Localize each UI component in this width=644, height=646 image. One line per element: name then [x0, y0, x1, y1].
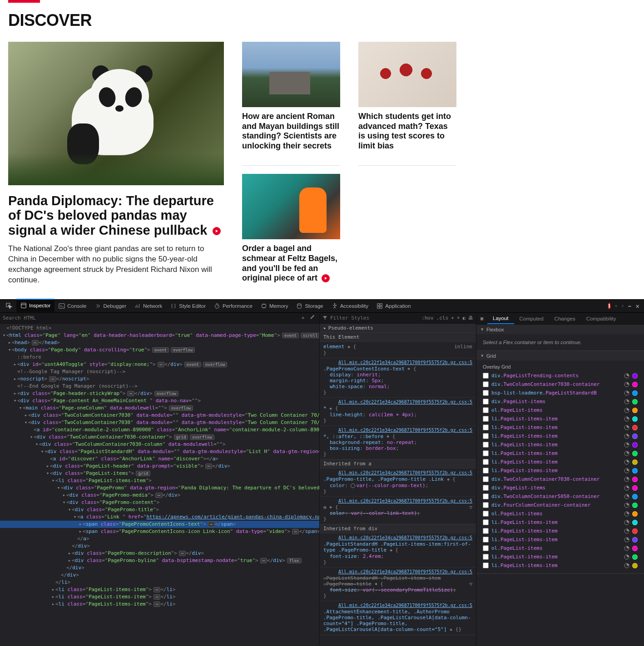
new-rule-button[interactable]: +	[451, 315, 454, 321]
dom-node[interactable]: ▾<body class="Page-body" data-scrolling=…	[0, 346, 319, 354]
grid-overlay-checkbox[interactable]	[483, 476, 489, 482]
card-image[interactable]	[242, 174, 340, 239]
grid-overlay-checkbox[interactable]	[483, 468, 489, 473]
grid-overlay-item[interactable]: li.PageList-items-item	[479, 518, 641, 527]
grid-color-swatch[interactable]	[632, 382, 638, 387]
grid-color-swatch[interactable]	[632, 546, 638, 551]
layout-tab-changes[interactable]: Changes	[549, 313, 581, 324]
story-card[interactable]: Order a bagel and schmear at Feltz Bagel…	[242, 174, 340, 283]
dom-tree[interactable]: <!DOCTYPE html>▾<html class="Page" lang=…	[0, 324, 319, 646]
grid-overlay-item[interactable]: li.PageList-items-item	[479, 458, 641, 466]
grid-target-icon[interactable]	[624, 451, 629, 456]
dom-node[interactable]: ▾<main class="Page-oneColumn" data-modul…	[0, 404, 319, 412]
grid-overlay-checkbox[interactable]	[483, 528, 489, 534]
grid-overlay-item[interactable]: li.PageList-items-item	[479, 535, 641, 544]
grid-color-swatch[interactable]	[632, 425, 638, 430]
layout-tab-compatibility[interactable]: Compatibility	[581, 313, 622, 324]
filter-styles-input[interactable]	[330, 315, 419, 321]
grid-target-icon[interactable]	[624, 485, 629, 491]
print-icon[interactable]: 🖶	[468, 315, 473, 321]
grid-overlay-checkbox[interactable]	[483, 399, 489, 404]
hero-title[interactable]: Panda Diplomacy: The departure of DC's b…	[8, 193, 224, 237]
grid-overlay-item[interactable]: li.PageList-items-item	[479, 527, 641, 535]
grid-overlay-item[interactable]: li.PageList-items-item	[479, 423, 641, 432]
dom-node[interactable]: </li>	[0, 579, 319, 586]
inspector-pick-button[interactable]	[2, 300, 16, 313]
grid-overlay-item[interactable]: li.PageList-items-item	[479, 561, 641, 570]
dom-node[interactable]: ▸<div class="Page-header-stickyWrap">⋯</…	[0, 390, 319, 397]
grid-color-swatch[interactable]	[632, 563, 638, 568]
grid-target-icon[interactable]	[624, 373, 629, 379]
grid-overlay-item[interactable]: div.PageList-items	[479, 397, 641, 406]
play-icon[interactable]	[322, 274, 330, 282]
grid-overlay-checkbox[interactable]	[483, 373, 489, 379]
grid-color-swatch[interactable]	[632, 468, 638, 473]
card-image[interactable]	[358, 42, 456, 107]
dom-node[interactable]: <a id="container-module-2-column-890000"…	[0, 426, 319, 434]
contrast-icon[interactable]: ◐	[462, 315, 466, 321]
dom-node[interactable]: ▾<div class="PagePromo-content">	[0, 499, 319, 506]
grid-color-swatch[interactable]	[632, 494, 638, 499]
grid-target-icon[interactable]	[624, 503, 629, 508]
grid-overlay-checkbox[interactable]	[483, 502, 489, 508]
grid-overlay-checkbox[interactable]	[483, 390, 489, 396]
story-card[interactable]: Which students get into advanced math? T…	[358, 42, 456, 151]
grid-target-icon[interactable]	[624, 399, 629, 404]
grid-target-icon[interactable]	[624, 425, 629, 430]
grid-target-icon[interactable]	[624, 459, 629, 465]
grid-overlay-item[interactable]: ol.PageList-items	[479, 544, 641, 552]
grid-overlay-checkbox[interactable]	[483, 433, 489, 439]
grid-color-swatch[interactable]	[632, 485, 638, 491]
card-image[interactable]	[242, 42, 340, 107]
cls-button[interactable]: .cls	[436, 315, 449, 321]
devtools-tab-inspector[interactable]: Inspector	[16, 299, 54, 312]
dom-node[interactable]: <a id="discover" class="AnchorLink" name…	[0, 455, 319, 463]
devtools-tab-debugger[interactable]: Debugger	[91, 300, 131, 313]
dom-node[interactable]: ▾<div class="TwoColumnContainer7030" dat…	[0, 419, 319, 426]
dom-node[interactable]: <!--Google Tag Manager (noscript)-->	[0, 368, 319, 375]
dom-node[interactable]: ▾<div class="TwoColumnContainer7030-cont…	[0, 434, 319, 441]
devtools-tab-style-editor[interactable]: Style Editor	[166, 300, 210, 313]
story-card[interactable]: How are ancient Roman and Mayan building…	[242, 42, 340, 151]
dom-node[interactable]: ▾<a class="Link " href="https://apnews.c…	[0, 513, 319, 521]
dock-icon[interactable]	[622, 305, 624, 307]
dom-node[interactable]: ▸<div id="usntA40Toggle" style="display:…	[0, 361, 319, 368]
grid-color-swatch[interactable]	[632, 442, 638, 448]
grid-target-icon[interactable]	[624, 408, 629, 413]
dom-node[interactable]: ▾<html class="Page" lang="en" data-heade…	[0, 332, 319, 339]
grid-target-icon[interactable]	[624, 442, 629, 448]
close-icon[interactable]: ✕	[636, 302, 639, 310]
add-node-button[interactable]: +	[298, 315, 307, 321]
error-badge[interactable]: 1	[608, 303, 610, 309]
grid-color-swatch[interactable]	[632, 520, 638, 525]
grid-color-swatch[interactable]	[632, 399, 638, 404]
dom-node[interactable]: ▾<div class="Page-content An_HomeMainCon…	[0, 397, 319, 404]
dom-node[interactable]: <!DOCTYPE html>	[0, 325, 319, 332]
styles-rules[interactable]: ▸Pseudo-elementsThis Elementelement ⌖ {i…	[320, 324, 476, 646]
devtools-tab-accessibility[interactable]: Accessibility	[327, 300, 373, 313]
hov-button[interactable]: :hov	[421, 315, 434, 321]
grid-target-icon[interactable]	[624, 537, 629, 542]
dom-node[interactable]: ▾<div class="PageList-items">grid	[0, 470, 319, 477]
grid-color-swatch[interactable]	[632, 511, 638, 517]
grid-color-swatch[interactable]	[632, 477, 638, 482]
grid-overlay-item[interactable]: li.PageList-items-item	[479, 440, 641, 449]
grid-overlay-checkbox[interactable]	[483, 442, 489, 448]
grid-target-icon[interactable]	[624, 563, 629, 568]
grid-overlay-item[interactable]: li.PageList-items-item	[479, 552, 641, 561]
layout-tab-computed[interactable]: Computed	[514, 313, 549, 324]
grid-target-icon[interactable]	[624, 434, 629, 439]
grid-color-swatch[interactable]	[632, 459, 638, 465]
grid-overlay-checkbox[interactable]	[483, 537, 489, 542]
grid-overlay-checkbox[interactable]	[483, 459, 489, 465]
card-title[interactable]: Which students get into advanced math? T…	[358, 112, 456, 151]
grid-target-icon[interactable]	[624, 554, 629, 560]
grid-overlay-checkbox[interactable]	[483, 407, 489, 413]
grid-overlay-checkbox[interactable]	[483, 554, 489, 560]
grid-overlay-checkbox[interactable]	[483, 450, 489, 456]
grid-color-swatch[interactable]	[632, 434, 638, 439]
dom-node[interactable]: ▾<li class="PageList-items-item">	[0, 477, 319, 484]
dom-node[interactable]: ▾<div class="PagePromo" data-gtm-region=…	[0, 484, 319, 492]
grid-overlay-checkbox[interactable]	[483, 545, 489, 551]
dom-node[interactable]: ▸<div class="PageList-header" data-promp…	[0, 463, 319, 470]
